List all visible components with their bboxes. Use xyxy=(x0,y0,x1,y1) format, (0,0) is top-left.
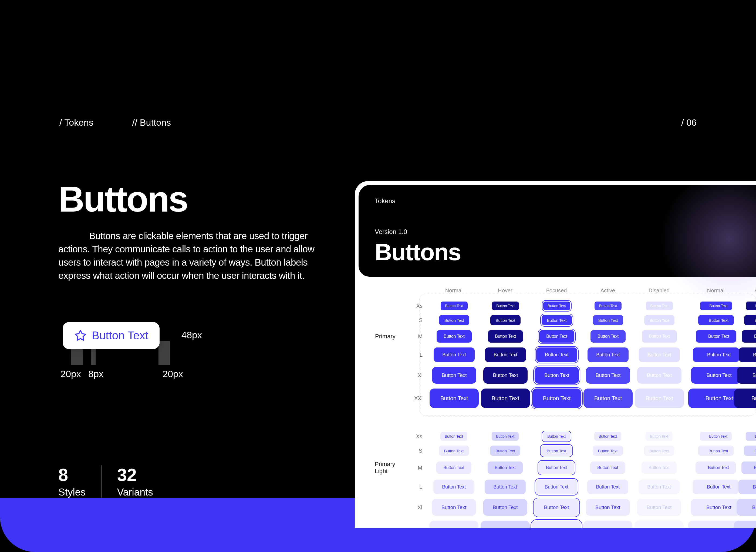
btn-primary-xxl-normal[interactable]: Button Text xyxy=(429,389,479,408)
btn-primary-xxl-hover[interactable]: Button Text xyxy=(481,389,530,408)
btn-light-s-active[interactable]: Button Text xyxy=(593,445,623,456)
btn-primary-l-hover[interactable]: Button Text xyxy=(739,348,756,362)
group-label-primary: Primary xyxy=(375,333,407,340)
btn-primary-m-normal[interactable]: Button Text xyxy=(436,330,472,342)
btn-primary-xs-normal[interactable]: Button Text xyxy=(700,301,732,310)
state-col-hover: Hover xyxy=(738,287,756,294)
btn-primary-s-normal[interactable]: Button Text xyxy=(698,315,734,325)
btn-primary-xl-hover[interactable]: Button Text xyxy=(737,367,756,384)
btn-primary-m-active[interactable]: Button Text xyxy=(590,330,625,342)
btn-primary-m-disabled[interactable]: Button Text xyxy=(642,330,677,342)
btn-light-l-normal[interactable]: Button Text xyxy=(433,479,475,494)
btn-primary-xl-normal[interactable]: Button Text xyxy=(432,367,477,384)
star-icon xyxy=(74,329,87,342)
btn-primary-xl-active[interactable]: Button Text xyxy=(586,367,630,384)
btn-light-xxl-active[interactable]: Button Text xyxy=(583,521,632,528)
btn-primary-xl-disabled[interactable]: Button Text xyxy=(637,367,682,384)
btn-light-xxl-disabled[interactable]: Button Text xyxy=(634,521,684,528)
btn-light-l-normal[interactable]: Button Text xyxy=(693,479,739,494)
btn-primary-xs-disabled[interactable]: Button Text xyxy=(646,301,673,310)
btn-light-l-focused[interactable]: Button Text xyxy=(536,479,577,494)
size-label-m: M xyxy=(410,465,427,471)
btn-primary-s-active[interactable]: Button Text xyxy=(593,315,623,325)
btn-primary-xs-focused[interactable]: Button Text xyxy=(543,301,570,310)
btn-light-m-normal[interactable]: Button Text xyxy=(436,461,471,474)
btn-primary-l-disabled[interactable]: Button Text xyxy=(639,348,680,362)
btn-light-xl-hover[interactable]: Button Text xyxy=(483,499,528,516)
btn-light-xl-active[interactable]: Button Text xyxy=(586,499,630,516)
btn-light-m-focused[interactable]: Button Text xyxy=(539,461,574,474)
canvas-tag: Tokens xyxy=(375,197,740,205)
btn-primary-xl-hover[interactable]: Button Text xyxy=(483,367,528,384)
btn-primary-xxl-disabled[interactable]: Button Text xyxy=(635,389,684,408)
button-anatomy: Button Text 48px 20px 8px 20px xyxy=(63,322,181,349)
btn-light-m-normal[interactable]: Button Text xyxy=(696,461,736,474)
btn-primary-m-normal[interactable]: Button Text xyxy=(696,330,736,342)
btn-light-xxl-normal[interactable]: Button Text xyxy=(429,521,479,528)
btn-light-s-normal[interactable]: Button Text xyxy=(698,445,733,456)
btn-light-xl-focused[interactable]: Button Text xyxy=(534,499,579,516)
state-col-active: Active xyxy=(584,287,632,294)
btn-light-xl-hover[interactable]: Button Text xyxy=(737,499,756,516)
btn-primary-xxl-active[interactable]: Button Text xyxy=(583,389,632,408)
btn-light-s-disabled[interactable]: Button Text xyxy=(644,445,675,456)
sample-button[interactable]: Button Text xyxy=(63,322,160,349)
btn-light-xs-hover[interactable]: Button Text xyxy=(492,432,519,441)
btn-light-s-normal[interactable]: Button Text xyxy=(439,445,469,456)
btn-light-xs-normal[interactable]: Button Text xyxy=(440,432,467,441)
stat-variants: 32 Variants xyxy=(117,465,153,498)
btn-light-l-hover[interactable]: Button Text xyxy=(485,479,526,494)
btn-primary-m-hover[interactable]: Button Text xyxy=(742,330,756,342)
btn-light-m-active[interactable]: Button Text xyxy=(590,461,625,474)
btn-light-xl-disabled[interactable]: Button Text xyxy=(637,499,682,516)
btn-primary-xs-normal[interactable]: Button Text xyxy=(441,301,467,310)
btn-primary-xxl-focused[interactable]: Button Text xyxy=(532,389,581,408)
btn-primary-l-active[interactable]: Button Text xyxy=(587,348,628,362)
btn-light-xxl-focused[interactable]: Button Text xyxy=(532,521,581,528)
stats-row: 8 Styles 32 Variants xyxy=(58,465,153,498)
btn-light-s-focused[interactable]: Button Text xyxy=(541,445,572,456)
btn-light-m-disabled[interactable]: Button Text xyxy=(641,461,677,474)
btn-light-s-hover[interactable]: Button Text xyxy=(744,445,756,456)
canvas-heading: Buttons xyxy=(375,238,740,266)
btn-light-xs-disabled[interactable]: Button Text xyxy=(645,432,673,441)
btn-light-xl-normal[interactable]: Button Text xyxy=(432,499,476,516)
size-label-xl: Xl xyxy=(411,372,427,379)
btn-primary-xs-hover[interactable]: Button Text xyxy=(492,301,519,310)
btn-light-xxl-hover[interactable]: Button Text xyxy=(481,521,530,528)
btn-light-s-hover[interactable]: Button Text xyxy=(490,445,521,456)
btn-light-xl-normal[interactable]: Button Text xyxy=(691,499,741,516)
btn-primary-s-hover[interactable]: Button Text xyxy=(744,315,756,325)
size-label-l: L xyxy=(410,484,427,490)
btn-primary-m-focused[interactable]: Button Text xyxy=(539,330,574,342)
btn-light-xs-active[interactable]: Button Text xyxy=(594,432,621,441)
btn-primary-xl-normal[interactable]: Button Text xyxy=(691,367,741,384)
btn-light-xs-focused[interactable]: Button Text xyxy=(543,432,570,441)
btn-primary-xs-hover[interactable]: Button Text xyxy=(746,301,756,310)
breadcrumb-buttons: // Buttons xyxy=(132,117,171,128)
btn-light-m-hover[interactable]: Button Text xyxy=(488,461,523,474)
size-label-xl: Xl xyxy=(410,505,427,511)
btn-primary-s-focused[interactable]: Button Text xyxy=(542,315,572,325)
btn-light-l-active[interactable]: Button Text xyxy=(587,479,628,494)
btn-primary-xs-active[interactable]: Button Text xyxy=(594,301,621,310)
btn-light-xs-normal[interactable]: Button Text xyxy=(700,432,731,441)
btn-primary-m-hover[interactable]: Button Text xyxy=(488,330,523,342)
btn-primary-l-normal[interactable]: Button Text xyxy=(693,348,740,362)
btn-primary-s-hover[interactable]: Button Text xyxy=(490,315,521,325)
size-label-s: S xyxy=(411,317,427,323)
btn-primary-l-hover[interactable]: Button Text xyxy=(485,348,526,362)
btn-primary-s-normal[interactable]: Button Text xyxy=(439,315,469,325)
top-black-bar xyxy=(0,0,756,61)
btn-primary-l-normal[interactable]: Button Text xyxy=(434,348,475,362)
btn-light-xxl-hover[interactable]: Button Text xyxy=(734,521,756,528)
btn-light-l-hover[interactable]: Button Text xyxy=(738,479,756,494)
btn-primary-xxl-hover[interactable]: Button Text xyxy=(734,389,756,408)
btn-light-xs-hover[interactable]: Button Text xyxy=(746,432,756,441)
btn-primary-l-focused[interactable]: Button Text xyxy=(536,348,577,362)
btn-light-l-disabled[interactable]: Button Text xyxy=(638,479,680,494)
size-label-xs: Xs xyxy=(410,433,427,440)
btn-primary-xl-focused[interactable]: Button Text xyxy=(535,367,579,384)
btn-light-m-hover[interactable]: Button Text xyxy=(741,461,756,474)
btn-primary-s-disabled[interactable]: Button Text xyxy=(644,315,675,325)
